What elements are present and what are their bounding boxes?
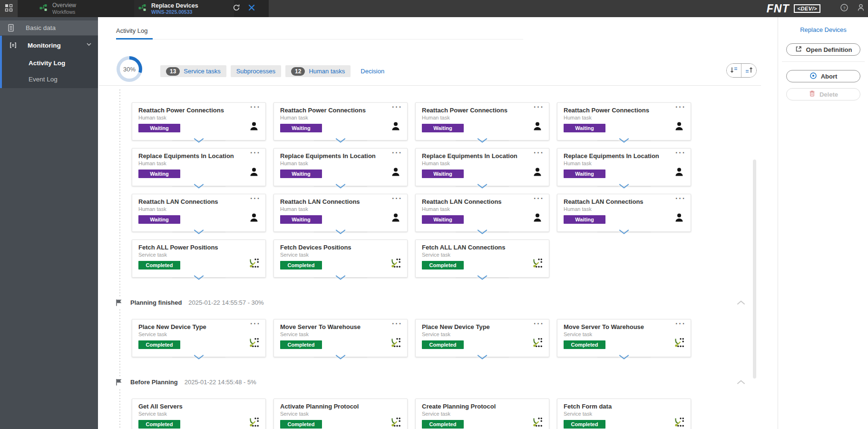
card-menu-button[interactable]: ··· (250, 149, 261, 157)
task-card[interactable]: Place New Device TypeService taskComplet… (415, 319, 549, 357)
task-card[interactable]: Replace Equipments In LocationHuman task… (557, 148, 691, 186)
service-icon (390, 338, 401, 348)
expander-line (314, 357, 335, 358)
card-menu-button[interactable]: ··· (392, 319, 402, 328)
tab-replace-devices[interactable]: Replace Devices WINS-2025.00533 (134, 0, 234, 17)
sidebar-item-activity-log[interactable]: Activity Log (2, 55, 98, 71)
panel-title: Replace Devices (778, 26, 868, 33)
task-card[interactable]: Reattach Power ConnectionsHuman taskWait… (557, 102, 691, 140)
help-button[interactable]: ? (837, 0, 851, 17)
task-card-title: Reattach LAN Connections (564, 198, 644, 205)
card-menu-button[interactable]: ··· (250, 194, 261, 203)
card-menu-button[interactable]: ··· (392, 149, 402, 157)
tab-overview-workflows[interactable]: Overview Workflows (21, 0, 134, 17)
task-card[interactable]: Reattach LAN ConnectionsHuman taskWaitin… (557, 194, 691, 232)
card-expand-control[interactable] (273, 228, 408, 236)
tab-activity-log[interactable]: Activity Log (116, 27, 147, 34)
chevron-down-icon[interactable] (86, 41, 92, 50)
card-expand-control[interactable] (132, 182, 266, 190)
card-expand-control[interactable] (415, 274, 549, 281)
task-card[interactable]: Replace Equipments In LocationHuman task… (132, 148, 266, 186)
status-badge: Waiting (138, 124, 180, 132)
card-expand-control[interactable] (132, 228, 266, 236)
sort-descending-button[interactable] (727, 64, 741, 77)
task-card[interactable]: Create Planning ProtocolService taskComp… (415, 399, 549, 429)
card-expand-control[interactable] (415, 353, 549, 361)
sort-ascending-icon (745, 66, 753, 76)
status-badge: Completed (422, 420, 464, 429)
card-expand-control[interactable] (557, 228, 691, 236)
delete-button[interactable]: Delete (786, 88, 860, 100)
filter-chip-decision[interactable]: Decision (355, 65, 390, 77)
close-tab-button[interactable] (244, 0, 259, 17)
user-menu-button[interactable] (854, 0, 868, 17)
card-menu-button[interactable]: ··· (534, 149, 544, 157)
card-menu-button[interactable]: ··· (675, 149, 686, 157)
filter-chip-service-tasks[interactable]: 13Service tasks (160, 65, 226, 77)
milestone-collapse-button[interactable] (735, 297, 747, 308)
card-expand-control[interactable] (415, 182, 549, 190)
card-expand-control[interactable] (132, 274, 266, 281)
sort-control (726, 63, 757, 78)
card-expand-control[interactable] (557, 353, 691, 361)
card-expand-control[interactable] (132, 353, 266, 361)
task-card[interactable]: Get All ServersService taskCompleted (132, 399, 266, 429)
status-badge: Waiting (138, 170, 180, 178)
task-card[interactable]: Fetch Devices PositionsService taskCompl… (273, 239, 408, 278)
card-menu-button[interactable]: ··· (392, 194, 402, 203)
card-expand-control[interactable] (273, 182, 408, 190)
open-definition-button[interactable]: Open Definition (786, 43, 860, 56)
task-card[interactable]: Fetch Form dataService taskCompleted (557, 399, 691, 429)
card-expand-control[interactable] (132, 137, 266, 144)
task-card-type: Human task (138, 115, 166, 120)
scrollbar-thumb[interactable] (753, 160, 756, 379)
card-menu-button[interactable]: ··· (534, 103, 544, 111)
sidebar-item-event-log[interactable]: Event Log (2, 71, 98, 87)
task-card[interactable]: Replace Equipments In LocationHuman task… (415, 148, 549, 186)
task-card[interactable]: Replace Equipments In LocationHuman task… (273, 148, 408, 186)
svg-text:?: ? (843, 6, 845, 10)
card-expand-control[interactable] (273, 137, 408, 144)
card-menu-button[interactable]: ··· (392, 103, 402, 111)
task-card[interactable]: Reattach Power ConnectionsHuman taskWait… (415, 102, 549, 140)
task-card-type: Human task (280, 206, 308, 212)
tab-subtitle: Workflows (52, 9, 76, 15)
card-menu-button[interactable]: ··· (675, 319, 686, 328)
card-expand-control[interactable] (557, 137, 691, 144)
task-card[interactable]: Reattach Power ConnectionsHuman taskWait… (273, 102, 408, 140)
card-menu-button[interactable]: ··· (675, 103, 686, 111)
task-card-title: Fetch Devices Positions (280, 244, 351, 251)
task-card[interactable]: Reattach Power ConnectionsHuman taskWait… (132, 102, 266, 140)
task-card[interactable]: Reattach LAN ConnectionsHuman taskWaitin… (132, 194, 266, 232)
task-card[interactable]: Fetch ALL LAN ConnectionsService taskCom… (415, 239, 549, 278)
milestone-collapse-button[interactable] (735, 376, 747, 388)
apps-launcher-button[interactable] (0, 0, 17, 17)
card-menu-button[interactable]: ··· (534, 194, 544, 203)
card-menu-button[interactable]: ··· (675, 194, 686, 203)
abort-button[interactable]: Abort (786, 70, 860, 82)
card-expand-control[interactable] (557, 182, 691, 190)
task-card[interactable]: Move Server To WarehouseService taskComp… (273, 319, 408, 357)
filter-chip-subprocesses[interactable]: Subprocesses (231, 65, 281, 77)
sidebar-item-basic-data[interactable]: Basic data (0, 20, 98, 35)
person-icon (674, 167, 684, 177)
card-expand-control[interactable] (273, 274, 408, 281)
card-menu-button[interactable]: ··· (534, 319, 544, 328)
task-card[interactable]: Reattach LAN ConnectionsHuman taskWaitin… (415, 194, 549, 232)
task-card[interactable]: Activate Planning ProtocolService taskCo… (273, 399, 408, 429)
status-badge: Waiting (422, 215, 464, 224)
task-card[interactable]: Fetch ALL Power PositionsService taskCom… (132, 239, 266, 278)
refresh-tab-button[interactable] (229, 0, 244, 17)
task-card[interactable]: Place New Device TypeService taskComplet… (132, 319, 266, 357)
task-card[interactable]: Reattach LAN ConnectionsHuman taskWaitin… (273, 194, 408, 232)
sidebar-item-monitoring[interactable]: Monitoring (2, 36, 98, 55)
expander-line (488, 140, 509, 141)
card-menu-button[interactable]: ··· (250, 103, 261, 111)
card-expand-control[interactable] (415, 228, 549, 236)
task-card[interactable]: Move Server To WarehouseService taskComp… (557, 319, 691, 357)
sort-ascending-button[interactable] (741, 64, 756, 77)
filter-chip-human-tasks[interactable]: 12Human tasks (285, 65, 351, 77)
card-expand-control[interactable] (415, 137, 549, 144)
card-menu-button[interactable]: ··· (250, 319, 261, 328)
card-expand-control[interactable] (273, 353, 408, 361)
